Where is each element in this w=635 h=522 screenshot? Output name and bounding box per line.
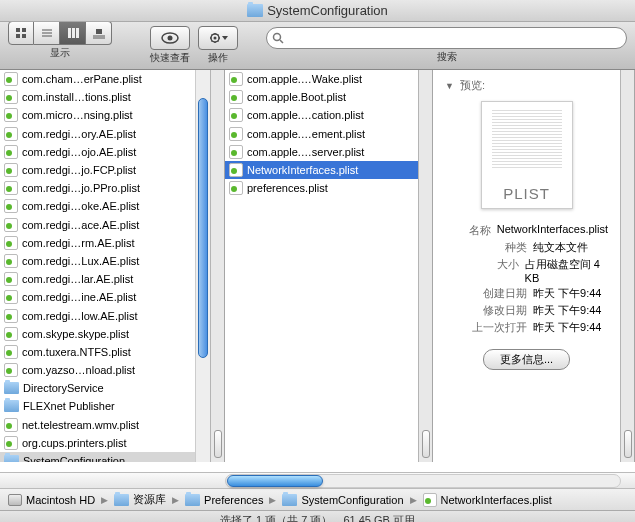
action-button[interactable] — [198, 26, 238, 50]
action-label: 操作 — [208, 51, 228, 65]
path-segment[interactable]: Preferences — [185, 494, 263, 506]
meta-value: 占用磁盘空间 4 KB — [525, 257, 608, 284]
preview-thumbnail[interactable]: PLIST — [481, 101, 573, 209]
file-row[interactable]: DirectoryService▶ — [0, 379, 210, 397]
scrollbar-vertical[interactable] — [195, 70, 210, 462]
file-row[interactable]: com.redgi…jo.PPro.plist — [0, 179, 210, 197]
svg-point-17 — [274, 34, 281, 41]
file-row[interactable]: com.redgi…jo.FCP.plist — [0, 161, 210, 179]
view-list-button[interactable] — [34, 21, 60, 45]
plist-file-icon — [4, 272, 18, 286]
meta-value: 纯文本文件 — [533, 240, 588, 255]
path-label: NetworkInterfaces.plist — [441, 494, 552, 506]
search-input[interactable] — [266, 27, 627, 49]
file-row[interactable]: com.redgi…low.AE.plist — [0, 306, 210, 324]
plist-file-icon — [4, 108, 18, 122]
file-row[interactable]: com.micro…nsing.plist — [0, 106, 210, 124]
file-row[interactable]: SystemConfiguration▶ — [0, 452, 210, 462]
file-name: com.redgi…oke.AE.plist — [22, 200, 210, 212]
file-row[interactable]: com.skype.skype.plist — [0, 325, 210, 343]
view-mode-segment — [8, 21, 112, 45]
file-name: preferences.plist — [247, 182, 418, 194]
plist-file-icon — [4, 345, 18, 359]
file-row[interactable]: com.redgi…ojo.AE.plist — [0, 143, 210, 161]
file-row[interactable]: com.redgi…oke.AE.plist — [0, 197, 210, 215]
file-type-badge: PLIST — [482, 185, 572, 202]
svg-rect-3 — [22, 34, 26, 38]
plist-file-icon — [4, 127, 18, 141]
disclosure-triangle-icon[interactable]: ▼ — [445, 81, 454, 91]
file-row[interactable]: com.apple.…server.plist — [225, 143, 418, 161]
file-name: com.redgi…Lux.AE.plist — [22, 255, 210, 267]
column-1[interactable]: com.cham…erPane.plistcom.install…tions.p… — [0, 70, 211, 462]
column-resize-handle[interactable] — [419, 70, 433, 462]
file-row[interactable]: com.redgi…rm.AE.plist — [0, 234, 210, 252]
folder-icon — [4, 382, 19, 394]
file-name: SystemConfiguration — [23, 455, 210, 462]
meta-value: 昨天 下午9:44 — [533, 286, 601, 301]
path-segment[interactable]: 资源库 — [114, 492, 166, 507]
file-row[interactable]: com.redgi…lar.AE.plist — [0, 270, 210, 288]
preview-header[interactable]: ▼预览: — [445, 78, 608, 93]
file-row[interactable]: com.tuxera.NTFS.plist — [0, 343, 210, 361]
file-row[interactable]: FLEXnet Publisher▶ — [0, 397, 210, 415]
meta-value: 昨天 下午9:44 — [533, 320, 601, 335]
file-row[interactable]: com.apple.…cation.plist — [225, 106, 418, 124]
plist-file-icon — [423, 493, 437, 507]
file-name: org.cups.printers.plist — [22, 437, 210, 449]
file-row[interactable]: com.redgi…Lux.AE.plist — [0, 252, 210, 270]
file-name: com.redgi…rm.AE.plist — [22, 237, 210, 249]
folder-icon — [114, 494, 129, 506]
more-info-button[interactable]: 更多信息... — [483, 349, 570, 370]
file-row[interactable]: org.cups.printers.plist — [0, 434, 210, 452]
plist-file-icon — [4, 418, 18, 432]
path-segment[interactable]: Macintosh HD — [8, 494, 95, 506]
chevron-right-icon: ▶ — [410, 495, 417, 505]
file-row[interactable]: com.apple.…ement.plist — [225, 125, 418, 143]
file-row[interactable]: com.redgi…ory.AE.plist — [0, 125, 210, 143]
path-segment[interactable]: NetworkInterfaces.plist — [423, 493, 552, 507]
folder-icon — [247, 4, 263, 17]
file-row[interactable]: com.install…tions.plist — [0, 88, 210, 106]
svg-rect-7 — [68, 28, 71, 38]
path-segment[interactable]: SystemConfiguration — [282, 494, 403, 506]
svg-line-18 — [280, 40, 283, 43]
plist-file-icon — [4, 254, 18, 268]
file-row[interactable]: NetworkInterfaces.plist — [225, 161, 418, 179]
file-name: com.install…tions.plist — [22, 91, 210, 103]
view-coverflow-button[interactable] — [86, 21, 112, 45]
svg-rect-1 — [22, 28, 26, 32]
view-label: 显示 — [50, 46, 70, 60]
plist-file-icon — [229, 72, 243, 86]
window-title: SystemConfiguration — [267, 3, 388, 18]
file-name: NetworkInterfaces.plist — [247, 164, 418, 176]
file-name: com.redgi…ory.AE.plist — [22, 128, 210, 140]
meta-row: 修改日期昨天 下午9:44 — [445, 303, 608, 318]
quicklook-button[interactable] — [150, 26, 190, 50]
svg-rect-2 — [16, 34, 20, 38]
file-row[interactable]: com.redgi…ine.AE.plist — [0, 288, 210, 306]
plist-file-icon — [4, 145, 18, 159]
file-row[interactable]: net.telestream.wmv.plist — [0, 416, 210, 434]
chevron-right-icon: ▶ — [172, 495, 179, 505]
plist-file-icon — [4, 181, 18, 195]
chevron-right-icon: ▶ — [101, 495, 108, 505]
file-name: DirectoryService — [23, 382, 210, 394]
horizontal-scrollbar[interactable] — [0, 472, 635, 488]
meta-key: 创建日期 — [445, 286, 533, 301]
column-2[interactable]: com.apple.…Wake.plistcom.apple.Boot.plis… — [225, 70, 419, 462]
view-icon-button[interactable] — [8, 21, 34, 45]
file-row[interactable]: com.redgi…ace.AE.plist — [0, 216, 210, 234]
file-row[interactable]: com.cham…erPane.plist — [0, 70, 210, 88]
file-row[interactable]: preferences.plist — [225, 179, 418, 197]
plist-file-icon — [4, 363, 18, 377]
file-row[interactable]: com.apple.Boot.plist — [225, 88, 418, 106]
plist-file-icon — [4, 309, 18, 323]
view-column-button[interactable] — [60, 21, 86, 45]
file-name: com.apple.Boot.plist — [247, 91, 418, 103]
folder-icon — [4, 400, 19, 412]
file-row[interactable]: com.apple.…Wake.plist — [225, 70, 418, 88]
file-row[interactable]: com.yazso…nload.plist — [0, 361, 210, 379]
column-resize-handle[interactable] — [211, 70, 225, 462]
column-resize-handle[interactable] — [621, 70, 635, 462]
